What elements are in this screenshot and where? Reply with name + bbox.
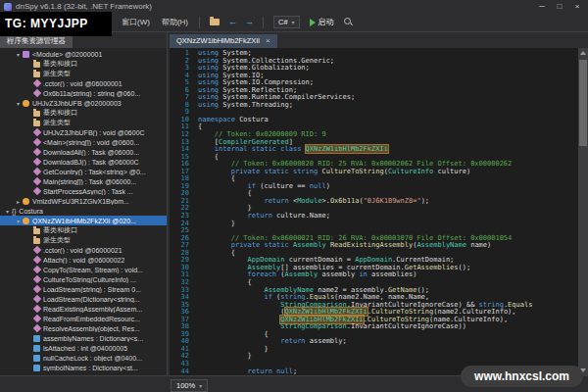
scrollbar-thumb[interactable] (579, 60, 587, 146)
tree-item-label: DownloadBJ() : Task @06000C (43, 159, 139, 166)
tree-item[interactable]: UHJvZ3JhbUFB() : void @0600C (0, 127, 167, 137)
tree-item-label: Costura (19, 208, 43, 215)
menu-item-window[interactable]: 窗口(W) (116, 13, 156, 31)
expander-icon[interactable]: ▸ (14, 198, 23, 205)
tree-item[interactable]: isAttached : int @04000005 (0, 343, 167, 353)
menu-item-help[interactable]: 帮助(H) (156, 13, 194, 31)
maximize-button[interactable]: □ (551, 0, 568, 13)
tree-item[interactable]: symbolNames : Dictionary<st... (0, 363, 167, 372)
language-select[interactable]: C# ▾ (273, 16, 300, 28)
tree-item[interactable]: ▸VmlzdWFsU3R1ZGlvX1Bybm... (0, 196, 167, 206)
code-line: 14 internal static class QXNzZW1ibHlMb2F… (170, 146, 578, 154)
tree-item-label: ResolveAssembly(object, Res... (43, 325, 140, 332)
folder-icon (33, 111, 40, 117)
ns-icon: {} (12, 208, 16, 215)
zoom-select[interactable]: 100% ▾ (171, 379, 208, 392)
tree-item-label: ReadExistingAssembly(Assem... (43, 306, 142, 313)
tree-item-label: Attach() : void @06000022 (43, 257, 124, 264)
method-icon (33, 158, 41, 166)
tree-item[interactable]: Attach() : void @06000022 (0, 255, 167, 265)
method-icon (33, 305, 41, 313)
tree-item-label: 派生类型 (43, 69, 71, 78)
tree-item-label: .cctor() : void @06000021 (43, 247, 122, 254)
tree-item[interactable]: ReadFromEmbeddedResourc... (0, 314, 167, 323)
tree-item[interactable]: 基类和接口 (0, 59, 167, 69)
tree-item[interactable]: Main(string[]) : Task @06000... (0, 176, 167, 186)
method-icon (33, 266, 41, 273)
tree-item[interactable]: ResolveAssembly(object, Res... (0, 323, 167, 333)
tree-item-label: CopyTo(Stream, Stream) : void... (43, 267, 143, 273)
vertical-scrollbar[interactable] (578, 48, 588, 375)
expander-icon[interactable]: ▾ (14, 51, 23, 58)
tree-item[interactable]: LoadStream(Dictionary<string... (0, 294, 167, 304)
method-icon (33, 187, 41, 195)
folder-icon (33, 72, 40, 77)
tree-item-label: ReadFromEmbeddedResourc... (43, 316, 140, 322)
tree-item[interactable]: 基类和接口 (0, 225, 167, 235)
method-icon (33, 177, 41, 185)
document-tab-label: QXNzZW1ibHlMb2FkZXIi (176, 36, 260, 46)
tree-item[interactable]: ▾<Module> @02000001 (0, 49, 167, 59)
tree-item-label: 派生类型 (43, 118, 71, 127)
tree-item[interactable]: assemblyNames : Dictionary<s... (0, 333, 167, 343)
method-icon (33, 275, 41, 283)
tree-item[interactable]: nullCacheLock : object @0400... (0, 353, 167, 363)
navigate-back-icon[interactable]: ← (228, 13, 237, 31)
field-icon (33, 365, 40, 371)
method-icon (33, 79, 41, 87)
navigate-forward-icon[interactable]: → (245, 13, 254, 31)
tree-item-label: QXNzZW1ibHlMb2FkZXIi @020... (32, 218, 136, 224)
document-tab[interactable]: QXNzZW1ibHlMb2FkZXIi × (170, 34, 277, 48)
tree-item-label: GetCountry() : Task<string> @0... (43, 169, 146, 175)
tree-item[interactable]: .cctor() : void @06000021 (0, 245, 167, 255)
code-line: 24 } (170, 220, 578, 228)
tree-item[interactable]: 派生类型 (0, 69, 167, 78)
tree-item[interactable]: GetCountry() : Task<string> @0... (0, 167, 167, 176)
chevron-down-icon: ▾ (199, 382, 202, 389)
tree-item-label: DownloadAll() : Task @06000... (43, 149, 139, 156)
code-area: 1using System;2using System.Collections.… (170, 48, 588, 375)
tree-item[interactable]: Ox6b11a(string) : string @060... (0, 88, 167, 98)
code-line: 8using System.Threading; (170, 102, 578, 110)
tree-item[interactable]: LoadStream(string) : Stream 0... (0, 284, 167, 294)
tree-item[interactable]: CopyTo(Stream, Stream) : void... (0, 265, 167, 274)
method-icon (33, 315, 41, 322)
scroll-up-icon[interactable] (580, 51, 586, 55)
tree-item-label: Ox6b11a(string) : string @060... (43, 90, 140, 97)
close-button[interactable]: × (568, 0, 586, 13)
tab-assembly-explorer[interactable]: 程序集资源管理器 (0, 34, 73, 48)
method-icon (33, 168, 41, 175)
tree-item-label: CultureToString(CultureInfo) ... (43, 276, 136, 283)
tab-close-icon[interactable]: × (266, 37, 270, 45)
tree-item[interactable]: ReadExistingAssembly(Assem... (0, 304, 167, 314)
tree-item[interactable]: DownloadBJ() : Task @06000C (0, 157, 167, 167)
tree-item[interactable]: DownloadAll() : Task @06000... (0, 147, 167, 157)
start-button[interactable]: 启动 (310, 17, 334, 27)
expander-icon[interactable]: ▾ (3, 208, 12, 215)
expander-icon[interactable]: ▾ (14, 218, 23, 224)
tree-item[interactable]: ▾{}Costura (0, 206, 167, 216)
class-icon (23, 218, 29, 224)
tree-item-label: .cctor() : void @06000001 (43, 80, 122, 87)
tree-item-label: Main(string[]) : Task @06000... (43, 178, 136, 185)
search-icon[interactable] (344, 18, 354, 27)
tree-item[interactable]: 派生类型 (0, 118, 167, 127)
open-file-icon[interactable] (210, 19, 220, 25)
field-icon (33, 345, 40, 352)
class-icon (23, 100, 29, 107)
tree-item[interactable]: 基类和接口 (0, 108, 167, 118)
expander-icon[interactable]: ▾ (14, 100, 23, 107)
tree-item[interactable]: ▾UHJvZ3JhbUFB @02000003 (0, 98, 167, 108)
code-line: 42 } (170, 353, 578, 361)
minimize-button[interactable]: ─ (533, 0, 551, 13)
method-icon (33, 256, 41, 264)
tree-item[interactable]: .cctor() : void @06000001 (0, 78, 167, 88)
tree-item-label: UHJvZ3JhbUFB() : void @0600C (43, 129, 145, 136)
tree-item[interactable]: CultureToString(CultureInfo) ... (0, 274, 167, 284)
tree-item[interactable]: StartProcessAsync() : Task ... (0, 186, 167, 196)
tree-item[interactable]: 派生类型 (0, 235, 167, 245)
tree-item-label: 派生类型 (43, 235, 71, 245)
code-line: 10namespace Costura (170, 117, 578, 124)
tree-item[interactable]: ▾QXNzZW1ibHlMb2FkZXIi @020... (0, 216, 167, 225)
tree-item[interactable]: <Main>(string[]) : void @0600... (0, 137, 167, 147)
